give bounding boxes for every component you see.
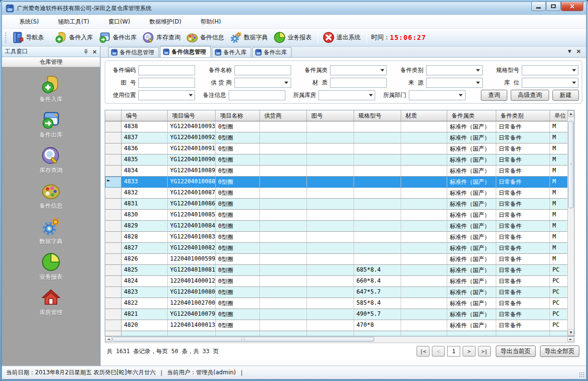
new-button[interactable]: 新建 (552, 90, 579, 101)
tab-spare-out[interactable]: 备件出库 (252, 47, 292, 57)
page-number-input[interactable] (447, 346, 460, 357)
toolbar-button-spare-out[interactable]: 备件出库 (97, 30, 140, 45)
table-row-4820[interactable]: 482012204014000130型圈470*8标准件（国产）日常备件PC (105, 320, 568, 331)
toolbar-button-spare-in[interactable]: 备件入库 (53, 30, 97, 45)
field-department-select[interactable] (409, 90, 466, 100)
tab-spare-in[interactable]: 备件入库 (212, 47, 251, 57)
table-row-4826[interactable]: 482612204010005990型圈标准件（国产）日常备件M (105, 254, 568, 265)
table-row-4824[interactable]: 482412204014000120型圈660*8.4标准件（国产）日常备件PC (105, 276, 568, 287)
chevron-down-icon[interactable] (570, 79, 577, 87)
query-button[interactable]: 查询 (481, 90, 507, 101)
next-page-button[interactable]: > (463, 346, 476, 357)
column-header-material[interactable]: 材质 (401, 110, 447, 121)
table-row-4828[interactable]: 4828YG122040100830型圈标准件（国产）日常备件M (105, 232, 568, 243)
field-material[interactable] (330, 78, 387, 88)
column-header-project_no[interactable]: 项目编号 (168, 110, 216, 121)
table-row-4837[interactable]: 4837YG122040100920型圈标准件（国产）日常备件M (105, 132, 568, 143)
last-page-button[interactable]: >| (478, 346, 491, 357)
export-all-pages-button[interactable]: 导出全部页 (540, 345, 580, 357)
tab-menu-icon[interactable]: ▼ (568, 49, 571, 54)
field-part-code[interactable] (138, 65, 195, 75)
minimize-button[interactable] (531, 2, 546, 11)
tab-part-info-mgmt-2[interactable]: 备件信息管理 (160, 46, 211, 57)
scroll-right-icon[interactable]: ► (567, 336, 574, 342)
chevron-down-icon[interactable] (475, 66, 482, 74)
chevron-down-icon[interactable] (475, 79, 482, 87)
field-warehouse-select[interactable] (318, 90, 375, 100)
column-header-supplier[interactable]: 供货商 (260, 110, 307, 121)
close-button[interactable]: × (561, 2, 583, 11)
sidebar-item-warehouse-mgmt[interactable]: 库房管理 (35, 286, 67, 318)
export-current-page-button[interactable]: 导出当前页 (496, 345, 536, 357)
field-part-genus-select[interactable] (330, 65, 387, 75)
menu-item-data-maintenance[interactable]: 数据维护(D) (143, 15, 188, 28)
sidebar-item-data-dict[interactable]: 数据字典 (35, 215, 67, 247)
toolbar-button-data-dict[interactable]: 数据字典 (228, 30, 271, 45)
first-page-button[interactable]: |< (416, 346, 429, 357)
table-row-4833[interactable]: ►4833YG122040100880型圈标准件（国产）日常备件M (105, 177, 568, 188)
tab-close-icon[interactable]: × (576, 48, 581, 54)
pin-icon[interactable] (83, 49, 89, 55)
table-row-4822[interactable]: 482212204010027000型圈585*8.4标准件（国产）日常备件PC (105, 298, 568, 309)
column-header-spec[interactable]: 规格型号 (354, 110, 401, 121)
table-row-4827[interactable]: 4827YG122040100820型圈标准件（国产）日常备件M (105, 243, 568, 254)
column-header-category[interactable]: 备件属类 (447, 110, 496, 121)
prev-page-button[interactable]: < (432, 346, 445, 357)
table-row-4829[interactable]: 4829YG122040100840型圈标准件（国产）日常备件M (105, 221, 568, 232)
scroll-up-icon[interactable]: ▲ (568, 110, 574, 117)
table-row-4823[interactable]: 4823YG122040100800型圈647*5.7标准件（国产）日常备件PC (105, 287, 568, 298)
sidebar-close-icon[interactable]: × (92, 49, 97, 55)
vertical-scrollbar[interactable]: ▲ ▼ (567, 110, 574, 336)
column-header-project_name[interactable]: 项目名称 (216, 110, 260, 121)
field-drawing-no[interactable] (138, 78, 195, 88)
toolbar-grip[interactable] (5, 32, 7, 43)
field-use-position-select[interactable] (138, 90, 195, 100)
table-row-4825[interactable]: 4825YG122040100810型圈685*8.4标准件（国产）日常备件PC (105, 265, 568, 276)
table-row-4838[interactable]: 4838YG122040100930型圈标准件（国产）日常备件M (105, 121, 568, 132)
chevron-down-icon[interactable] (570, 66, 577, 74)
column-header-id[interactable]: 编号 (122, 110, 168, 121)
horizontal-scrollbar[interactable]: ◄ ► (105, 336, 575, 343)
sidebar-item-spare-out[interactable]: 备件出库 (35, 109, 67, 140)
table-row-4821[interactable]: 4821YG122040100790型圈490*5.7标准件（国产）日常备件PC (105, 309, 568, 320)
toolbar-button-exit[interactable]: 退出系统 (320, 30, 364, 45)
menu-item-window[interactable]: 窗口(W) (102, 15, 137, 28)
resize-grip-icon[interactable] (579, 372, 585, 378)
table-row-4830[interactable]: 4830YG122040100850型圈标准件（国产）日常备件M (105, 210, 568, 221)
menu-item-system[interactable]: 系统(S) (12, 15, 46, 28)
scroll-down-icon[interactable]: ▼ (568, 329, 574, 336)
chevron-down-icon[interactable] (283, 79, 290, 87)
field-location-select[interactable] (522, 78, 578, 88)
sidebar-item-spare-in[interactable]: 备件入库 (35, 73, 67, 105)
column-header-selector[interactable] (105, 110, 122, 121)
tab-part-info-mgmt-1[interactable]: 备件信息管理 (108, 47, 159, 57)
field-supplier-select[interactable] (234, 78, 291, 88)
advanced-query-button[interactable]: 高级查询 (511, 90, 549, 101)
table-row-4834[interactable]: 4834YG122040100890型圈标准件（国产）日常备件M (105, 166, 568, 177)
sidebar-item-report[interactable]: 业务报表 (35, 251, 67, 282)
sidebar-item-inventory-query[interactable]: 库存查询 (35, 144, 67, 176)
field-source-select[interactable] (426, 78, 483, 88)
table-row-4836[interactable]: 4836YG122040100910型圈标准件（国产）日常备件M (105, 143, 568, 155)
column-header-type[interactable]: 备件类别 (496, 110, 550, 121)
chevron-down-icon[interactable] (367, 91, 374, 99)
field-part-name[interactable] (234, 65, 291, 75)
chevron-down-icon[interactable] (187, 91, 194, 99)
chevron-down-icon[interactable] (379, 66, 386, 74)
column-header-drawing_no[interactable]: 图号 (307, 110, 354, 121)
column-header-unit[interactable]: 单位 (550, 110, 568, 121)
toolbar-button-spare-info[interactable]: 备件信息 (184, 30, 228, 45)
field-part-category-select[interactable] (426, 65, 483, 75)
table-row-4832[interactable]: 4832YG122040100870型圈标准件（国产）日常备件M (105, 188, 568, 199)
toolbar-button-inventory-query[interactable]: 库存查询 (140, 30, 184, 45)
scroll-left-icon[interactable]: ◄ (105, 336, 112, 342)
menu-item-aux-tools[interactable]: 辅助工具(T) (51, 15, 96, 28)
sidebar-item-spare-info[interactable]: 备件信息 (35, 180, 67, 211)
vertical-scroll-thumb[interactable] (568, 121, 574, 208)
menu-item-help[interactable]: 帮助(H) (194, 15, 228, 28)
toolbar-button-navbar[interactable]: 导航条 (10, 30, 48, 45)
field-remark[interactable] (229, 90, 285, 100)
horizontal-scroll-thumb[interactable] (112, 337, 374, 342)
chevron-down-icon[interactable] (457, 91, 465, 99)
table-row-4831[interactable]: 4831YG122040100860型圈标准件（国产）日常备件M (105, 199, 568, 210)
